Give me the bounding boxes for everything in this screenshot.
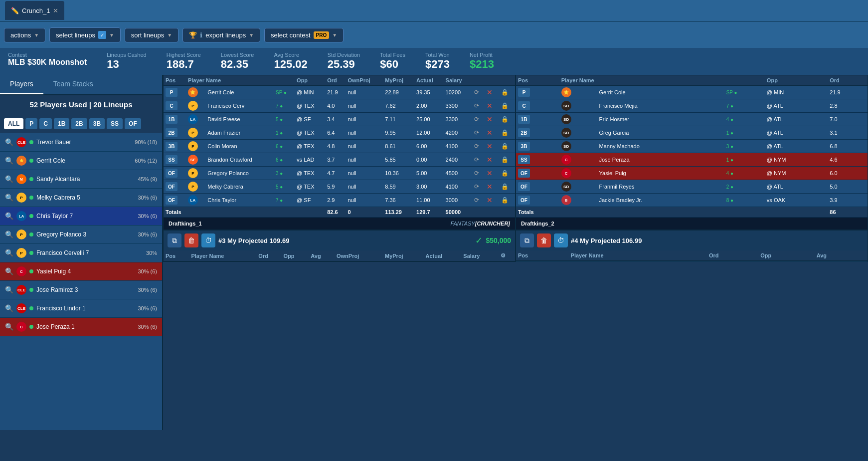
filter-c[interactable]: C — [39, 118, 52, 129]
lineup-table-4: Pos Player Name Ord Opp Avg — [516, 250, 868, 261]
totals-myproj: 113.29 — [383, 207, 414, 218]
tab-close[interactable]: ✕ — [53, 7, 58, 14]
lock-icon[interactable]: 🔒 — [501, 102, 509, 109]
player-name: Gregory Polanco 3 — [36, 231, 135, 238]
remove-icon[interactable]: ✕ — [487, 169, 493, 177]
list-item[interactable]: 🔍 CLE Trevor Bauer 90% (18) — [0, 133, 162, 152]
search-icon[interactable]: 🔍 — [5, 157, 13, 165]
lock-icon[interactable]: 🔒 — [501, 197, 509, 204]
delete-button-4[interactable]: 🗑 — [537, 233, 551, 247]
list-item[interactable]: 🔍 P Melky Cabrera 5 30% (6) — [0, 189, 162, 207]
table-row: 2B P Adam Frazier 1 ● @ TEX 6.4 null 9.9… — [164, 126, 515, 140]
list-item[interactable]: 🔍 P Gregory Polanco 3 30% (6) — [0, 226, 162, 244]
lock-icon[interactable]: 🔒 — [501, 116, 509, 123]
lineup-card-2: Pos Player Name Opp Ord P ⭐ Gerrit Cole … — [516, 75, 868, 230]
remove-icon[interactable]: ✕ — [487, 88, 493, 96]
remove-icon[interactable]: ✕ — [487, 183, 493, 191]
refresh-icon[interactable]: ⟳ — [474, 143, 479, 150]
sort-lineups-button[interactable]: sort lineups ▼ — [125, 28, 178, 42]
col-role — [724, 75, 765, 86]
select-lineups-label: select lineups — [56, 31, 95, 39]
refresh-icon[interactable]: ⟳ — [474, 183, 479, 190]
col-player: Player Name — [569, 250, 707, 261]
list-item[interactable]: 🔍 M Sandy Alcantara 45% (9) — [0, 170, 162, 189]
lineup-footer-2: Draftkings_2 — [516, 218, 868, 230]
remove-icon[interactable]: ✕ — [487, 196, 493, 204]
col-player: Player Name — [559, 75, 724, 86]
totals-actual: 86 — [828, 207, 868, 218]
player-pct: 30% (6) — [138, 231, 157, 237]
filter-of[interactable]: OF — [125, 118, 141, 129]
refresh-icon[interactable]: ⟳ — [474, 89, 479, 96]
filter-3b[interactable]: 3B — [89, 118, 105, 129]
team-logo: ⭐ — [16, 156, 26, 166]
filter-1b[interactable]: 1B — [54, 118, 69, 129]
lineup-footer-1: Draftkings_1 FANTASY[CRUNCHER] — [164, 218, 515, 230]
select-checkbox: ✓ — [98, 31, 106, 39]
search-icon[interactable]: 🔍 — [5, 212, 13, 220]
lock-icon[interactable]: 🔒 — [501, 183, 509, 190]
table-row: P ⭐ Gerrit Cole SP ● @ MIN 21.9 — [516, 86, 868, 99]
refresh-icon[interactable]: ⟳ — [474, 197, 479, 204]
search-icon[interactable]: 🔍 — [5, 230, 13, 238]
tab-label: Crunch_1 — [22, 7, 50, 14]
search-icon[interactable]: 🔍 — [5, 323, 13, 331]
col-gear[interactable]: ⚙ — [499, 250, 515, 261]
list-item[interactable]: 🔍 LA Chris Taylor 7 30% (6) — [0, 207, 162, 226]
list-item[interactable]: 🔍 CLE Francisco Lindor 1 30% (6) — [0, 299, 162, 318]
search-icon[interactable]: 🔍 — [5, 286, 13, 294]
list-item[interactable]: 🔍 CLE Jose Ramirez 3 30% (6) — [0, 281, 162, 299]
list-item[interactable]: 🔍 C Yasiel Puig 4 30% (6) — [0, 262, 162, 281]
lock-icon[interactable]: 🔒 — [501, 143, 509, 150]
export-lineups-button[interactable]: 🏆 ℹ export lineups ▼ — [182, 28, 260, 42]
search-icon[interactable]: 🔍 — [5, 138, 13, 146]
remove-icon[interactable]: ✕ — [487, 129, 493, 137]
player-name: Chris Taylor 7 — [36, 213, 135, 220]
status-dot — [29, 159, 33, 163]
search-icon[interactable]: 🔍 — [5, 267, 13, 275]
contest-arrow: ▼ — [332, 32, 337, 38]
remove-icon[interactable]: ✕ — [487, 102, 493, 110]
info-button-3[interactable]: ⏱ — [201, 233, 215, 247]
col-opp: Opp — [758, 250, 814, 261]
remove-icon[interactable]: ✕ — [487, 115, 493, 123]
filter-all[interactable]: ALL — [4, 118, 23, 129]
filter-p[interactable]: P — [25, 118, 37, 129]
refresh-icon[interactable]: ⟳ — [474, 170, 479, 177]
list-item[interactable]: 🔍 P Francisco Cervelli 7 30% — [0, 244, 162, 262]
remove-icon[interactable]: ✕ — [487, 142, 493, 150]
search-icon[interactable]: 🔍 — [5, 304, 13, 312]
actions-label: actions — [10, 31, 31, 39]
select-lineups-button[interactable]: select lineups ✓ ▼ — [49, 27, 121, 42]
player-pct: 30% (6) — [138, 195, 157, 201]
copy-button-4[interactable]: ⧉ — [520, 233, 534, 247]
search-icon[interactable]: 🔍 — [5, 175, 13, 183]
refresh-icon[interactable]: ⟳ — [474, 156, 479, 163]
list-item[interactable]: 🔍 ⭐ Gerrit Cole 60% (12) — [0, 152, 162, 170]
table-row: OF C Yasiel Puig 4 ● @ NYM 6.0 — [516, 167, 868, 180]
player-name: Sandy Alcantara — [36, 176, 135, 183]
crunch-tab[interactable]: ✏️ Crunch_1 ✕ — [5, 1, 64, 20]
list-item[interactable]: 🔍 C Jose Peraza 1 30% (6) — [0, 318, 162, 336]
refresh-icon[interactable]: ⟳ — [474, 116, 479, 123]
copy-button-3[interactable]: ⧉ — [168, 233, 181, 247]
info-button-4[interactable]: ⏱ — [554, 233, 568, 247]
lock-icon[interactable]: 🔒 — [501, 89, 509, 96]
select-contest-button[interactable]: select contest PRO ▼ — [264, 28, 344, 42]
tab-players[interactable]: Players — [0, 75, 43, 94]
lock-icon[interactable]: 🔒 — [501, 170, 509, 177]
lock-icon[interactable]: 🔒 — [501, 156, 509, 163]
refresh-icon[interactable]: ⟳ — [474, 102, 479, 109]
col-salary: Salary — [444, 75, 473, 86]
search-icon[interactable]: 🔍 — [5, 194, 13, 202]
refresh-icon[interactable]: ⟳ — [474, 129, 479, 136]
filter-ss[interactable]: SS — [107, 118, 123, 129]
lock-icon[interactable]: 🔒 — [501, 129, 509, 136]
remove-icon[interactable]: ✕ — [487, 156, 493, 164]
search-icon[interactable]: 🔍 — [5, 249, 13, 257]
totals-salary: 50000 — [444, 207, 473, 218]
actions-button[interactable]: actions ▼ — [4, 28, 45, 42]
tab-team-stacks[interactable]: Team Stacks — [43, 75, 103, 94]
delete-button-3[interactable]: 🗑 — [184, 233, 198, 247]
filter-2b[interactable]: 2B — [71, 118, 87, 129]
